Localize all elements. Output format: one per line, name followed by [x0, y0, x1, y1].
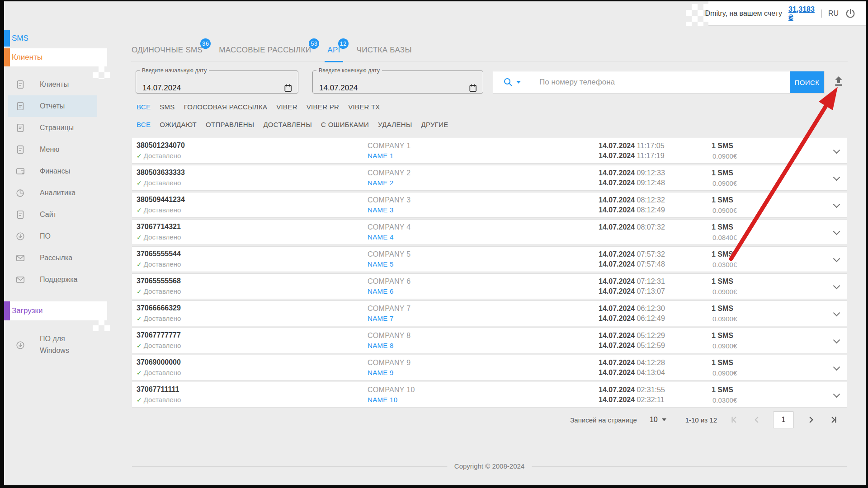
chevron-down-icon[interactable] [834, 310, 840, 316]
phone-number: 37069000000 [137, 358, 181, 366]
table-row: 37067711111 ✓Доставлено COMPANY 10 NAME … [132, 382, 847, 408]
search-input[interactable] [531, 71, 790, 93]
calendar-icon[interactable] [468, 84, 477, 93]
sidebar-item[interactable]: Клиенты [4, 74, 104, 95]
check-icon: ✓ [137, 234, 142, 241]
sidebar-item[interactable]: Отчеты [8, 95, 97, 117]
phone-number: 37067711111 [137, 385, 179, 394]
per-page-select[interactable]: 10 [650, 416, 666, 424]
sidebar-item-po-windows[interactable]: ПО для Windows [4, 333, 104, 357]
chevron-down-icon[interactable] [834, 229, 840, 235]
sms-count: 1 SMS [712, 332, 733, 340]
table-row: 37065555568 ✓Доставлено COMPANY 6 NAME 6… [132, 273, 847, 299]
channel-filters: ВСЕ SMS ГОЛОСОВАЯ РАССЫЛКА VIBER VIBER P… [137, 103, 380, 111]
sender-name-link[interactable]: NAME 3 [368, 206, 394, 214]
check-icon: ✓ [137, 261, 142, 268]
chevron-down-icon[interactable] [834, 391, 840, 397]
sidebar-section-clients[interactable]: Клиенты [4, 48, 107, 66]
date-from-input[interactable] [142, 84, 255, 93]
sms-count: 1 SMS [712, 169, 733, 177]
chevron-down-icon[interactable] [834, 283, 840, 289]
sidebar-item-label: Клиенты [40, 80, 69, 89]
upload-icon[interactable] [832, 75, 845, 88]
sender-name-link[interactable]: NAME 5 [368, 260, 394, 268]
chevron-down-icon[interactable] [834, 174, 840, 180]
sidebar-section-label: Клиенты [12, 53, 42, 62]
sender-name-link[interactable]: NAME 6 [368, 287, 394, 295]
search-type-dropdown[interactable] [493, 71, 531, 93]
status-filter-chip[interactable]: УДАЛЕНЫ [378, 121, 412, 128]
tab[interactable]: API 12 [319, 38, 348, 62]
channel-filter-chip[interactable]: SMS [160, 103, 175, 111]
sms-count: 1 SMS [712, 277, 733, 286]
sidebar-item-label: ПО [40, 232, 51, 240]
channel-filter-chip[interactable]: VIBER [276, 103, 297, 111]
date-to-input[interactable] [319, 84, 432, 93]
sidebar-item[interactable]: Страницы [4, 117, 104, 139]
search-button[interactable]: ПОИСК [790, 71, 824, 93]
next-page-icon[interactable] [806, 414, 816, 425]
status-filter-chip[interactable]: ОТПРАВЛЕНЫ [206, 121, 254, 128]
sidebar-item[interactable]: Меню [4, 139, 104, 160]
sidebar-item-label: Сайт [40, 211, 57, 219]
channel-filter-chip[interactable]: VIBER TX [348, 103, 380, 111]
sidebar-item-label: Меню [40, 145, 59, 154]
status-filter-chip[interactable]: ВСЕ [137, 121, 151, 128]
status-filter-chip[interactable]: ДРУГИЕ [421, 121, 448, 128]
caret-down-icon [662, 418, 666, 421]
sender-name-link[interactable]: NAME 1 [368, 152, 394, 160]
sidebar-item[interactable]: Аналитика [4, 182, 104, 204]
sms-count: 1 SMS [712, 359, 733, 367]
sidebar-section-sms[interactable]: SMS [4, 30, 104, 47]
page-range: 1-10 из 12 [685, 416, 717, 424]
calendar-icon[interactable] [283, 84, 292, 93]
sent-timestamp: 14.07.2024 07:12:31 [599, 277, 665, 286]
sender-name-link[interactable]: NAME 4 [368, 233, 394, 241]
channel-filter-chip[interactable]: ГОЛОСОВАЯ РАССЫЛКА [184, 103, 268, 111]
phone-number: 380503633333 [137, 169, 185, 177]
delivery-status: ✓Доставлено [137, 396, 181, 404]
tab[interactable]: МАССОВЫЕ РАССЫЛКИ 53 [211, 38, 319, 62]
chevron-down-icon[interactable] [834, 337, 840, 343]
tab[interactable]: ЧИСТКА БАЗЫ [349, 38, 420, 62]
sidebar-item[interactable]: Финансы [4, 160, 104, 182]
date-from-field[interactable]: Введите начальную дату [136, 67, 298, 94]
sidebar-item[interactable]: ПО [4, 225, 104, 247]
sent-timestamp: 14.07.2024 08:07:32 [599, 223, 665, 231]
delivery-status: ✓Доставлено [137, 179, 181, 187]
status-filter-chip[interactable]: ОЖИДАЮТ [160, 121, 197, 128]
current-page-box[interactable]: 1 [773, 411, 794, 428]
sidebar-item[interactable]: Поддержка [4, 269, 104, 291]
sms-price: 0.0840€ [712, 234, 737, 241]
sender-name-link[interactable]: NAME 10 [368, 396, 397, 404]
channel-filter-chip[interactable]: VIBER PR [307, 103, 339, 111]
chevron-down-icon[interactable] [834, 147, 840, 153]
company-label: COMPANY 5 [368, 250, 410, 258]
last-page-icon[interactable] [828, 414, 839, 425]
company-label: COMPANY 9 [368, 359, 410, 367]
check-icon: ✓ [137, 179, 142, 187]
sender-name-link[interactable]: NAME 8 [368, 342, 394, 349]
chevron-down-icon[interactable] [834, 256, 840, 262]
prev-page-icon[interactable] [751, 414, 762, 425]
sidebar-section-downloads[interactable]: Загрузки [4, 301, 107, 320]
sender-name-link[interactable]: NAME 9 [368, 369, 394, 376]
chevron-down-icon[interactable] [834, 202, 840, 207]
sender-name-link[interactable]: NAME 2 [368, 179, 394, 187]
sender-name-link[interactable]: NAME 7 [368, 314, 394, 322]
status-filter-chip[interactable]: ДОСТАВЛЕНЫ [263, 121, 312, 128]
tab[interactable]: ОДИНОЧНЫЕ SMS 36 [131, 38, 211, 62]
sidebar-item[interactable]: Рассылка [4, 247, 104, 269]
sidebar-item-icon [15, 145, 25, 155]
first-page-icon[interactable] [729, 414, 740, 425]
sidebar-item[interactable]: Сайт [4, 204, 104, 225]
app-window: Dmitry, на вашем счету 31,3183 ₴ RU SMS … [4, 1, 866, 485]
accent-bar [4, 48, 10, 66]
date-to-field[interactable]: Введите конечную дату [312, 67, 483, 94]
sidebar-item-label: Рассылка [40, 254, 72, 262]
status-filters: ВСЕ ОЖИДАЮТ ОТПРАВЛЕНЫ ДОСТАВЛЕНЫ С ОШИБ… [137, 121, 448, 128]
search-box: ПОИСК [493, 71, 825, 94]
channel-filter-chip[interactable]: ВСЕ [137, 103, 151, 111]
chevron-down-icon[interactable] [834, 364, 840, 370]
status-filter-chip[interactable]: С ОШИБКАМИ [321, 121, 369, 128]
